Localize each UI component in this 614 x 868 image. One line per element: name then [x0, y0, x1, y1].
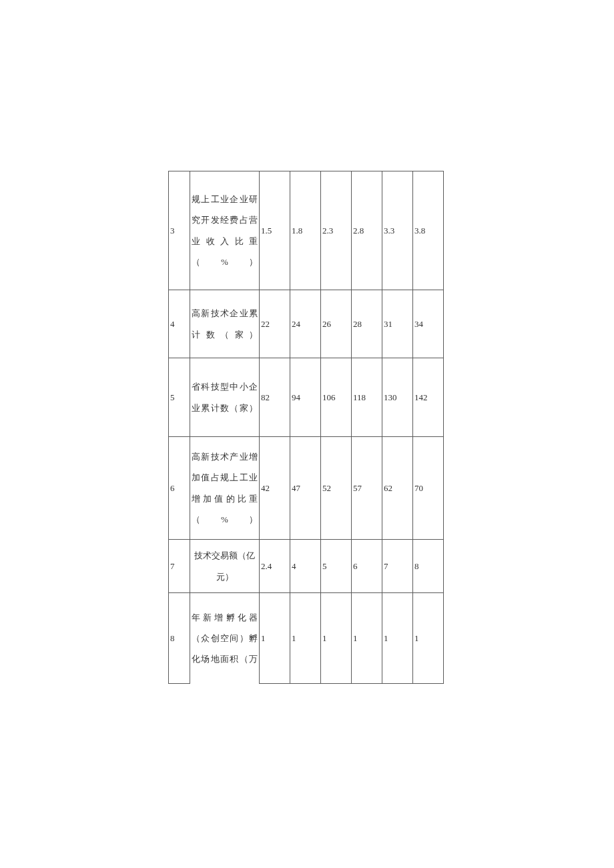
row-value: 8 [413, 540, 444, 593]
row-value: 57 [352, 437, 382, 540]
row-label: 省科技型中小企业累计数（家） [190, 358, 260, 437]
row-value: 106 [321, 358, 352, 437]
row-label: 高新技术企业累计数（家） [190, 290, 260, 358]
row-label: 规上工业企业研究开发经费占营业收入比重（%） [190, 171, 260, 290]
data-table: 3 规上工业企业研究开发经费占营业收入比重（%） 1.5 1.8 2.3 2.8… [168, 171, 444, 684]
row-value: 130 [382, 358, 413, 437]
row-value: 82 [260, 358, 290, 437]
row-value: 4 [290, 540, 321, 593]
row-number: 3 [169, 171, 190, 290]
table-row: 8 年新增孵化器（众创空间）孵化场地面积（万 1 1 1 1 1 1 [169, 593, 444, 684]
row-value: 2.8 [352, 171, 382, 290]
row-value: 1 [321, 593, 352, 684]
table-row: 4 高新技术企业累计数（家） 22 24 26 28 31 34 [169, 290, 444, 358]
row-label: 年新增孵化器（众创空间）孵化场地面积（万 [190, 593, 260, 684]
row-value: 62 [382, 437, 413, 540]
table-row: 3 规上工业企业研究开发经费占营业收入比重（%） 1.5 1.8 2.3 2.8… [169, 171, 444, 290]
row-label: 技术交易额（亿元） [190, 540, 260, 593]
row-value: 1 [352, 593, 382, 684]
row-value: 2.4 [260, 540, 290, 593]
row-value: 118 [352, 358, 382, 437]
row-value: 1 [260, 593, 290, 684]
row-value: 70 [413, 437, 444, 540]
row-value: 47 [290, 437, 321, 540]
row-number: 7 [169, 540, 190, 593]
row-value: 22 [260, 290, 290, 358]
row-value: 42 [260, 437, 290, 540]
table-row: 5 省科技型中小企业累计数（家） 82 94 106 118 130 142 [169, 358, 444, 437]
row-value: 3.3 [382, 171, 413, 290]
row-value: 26 [321, 290, 352, 358]
data-table-container: 3 规上工业企业研究开发经费占营业收入比重（%） 1.5 1.8 2.3 2.8… [168, 171, 443, 684]
row-value: 24 [290, 290, 321, 358]
table-row: 7 技术交易额（亿元） 2.4 4 5 6 7 8 [169, 540, 444, 593]
row-number: 4 [169, 290, 190, 358]
row-value: 1 [290, 593, 321, 684]
row-value: 52 [321, 437, 352, 540]
row-value: 3.8 [413, 171, 444, 290]
row-value: 31 [382, 290, 413, 358]
row-value: 34 [413, 290, 444, 358]
row-number: 5 [169, 358, 190, 437]
row-value: 7 [382, 540, 413, 593]
table-row: 6 高新技术产业增加值占规上工业增加值的比重（%） 42 47 52 57 62… [169, 437, 444, 540]
row-value: 1.8 [290, 171, 321, 290]
row-number: 8 [169, 593, 190, 684]
row-value: 142 [413, 358, 444, 437]
row-value: 28 [352, 290, 382, 358]
row-value: 5 [321, 540, 352, 593]
row-value: 6 [352, 540, 382, 593]
row-value: 1 [382, 593, 413, 684]
row-value: 1.5 [260, 171, 290, 290]
row-number: 6 [169, 437, 190, 540]
row-value: 1 [413, 593, 444, 684]
row-value: 94 [290, 358, 321, 437]
row-value: 2.3 [321, 171, 352, 290]
row-label: 高新技术产业增加值占规上工业增加值的比重（%） [190, 437, 260, 540]
